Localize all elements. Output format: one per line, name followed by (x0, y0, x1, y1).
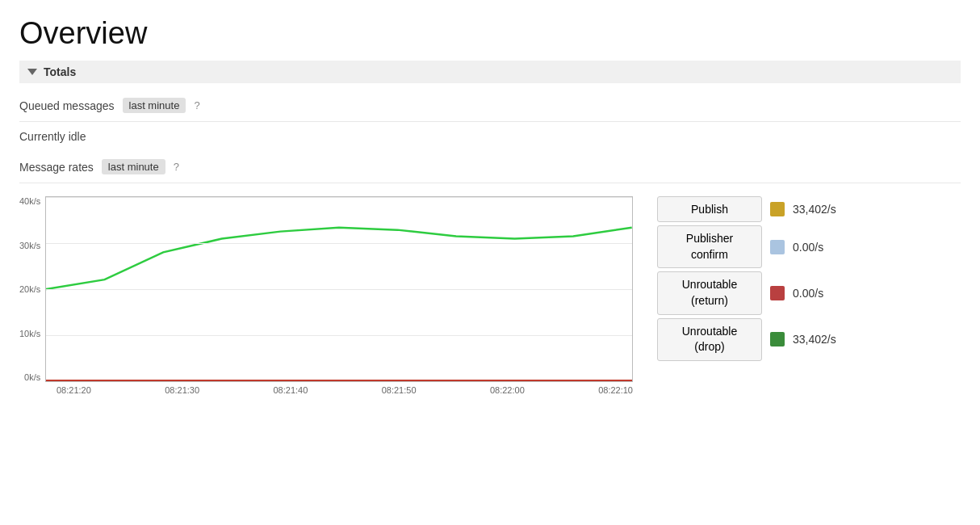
totals-collapse-arrow (27, 69, 37, 75)
x-label-5: 08:22:00 (490, 385, 525, 395)
queued-messages-row: Queued messages last minute ? (19, 98, 961, 122)
queued-messages-label: Queued messages (19, 99, 115, 112)
legend-button-publisher-confirm[interactable]: Publisherconfirm (657, 225, 762, 268)
chart-wrapper: 40k/s 30k/s 20k/s 10k/s 0k/s (19, 196, 633, 382)
legend-item-publish: Publish 33,402/s (657, 196, 867, 222)
y-axis: 40k/s 30k/s 20k/s 10k/s 0k/s (19, 196, 45, 382)
legend-color-unroutable-return (770, 286, 785, 300)
x-label-1: 08:21:20 (57, 385, 91, 395)
legend-color-publish (770, 202, 785, 216)
chart-area: 40k/s 30k/s 20k/s 10k/s 0k/s (19, 196, 633, 395)
message-rates-label: Message rates (19, 161, 94, 174)
x-label-6: 08:22:10 (598, 385, 633, 395)
x-axis: 08:21:20 08:21:30 08:21:40 08:21:50 08:2… (19, 385, 633, 395)
chart-legend-container: 40k/s 30k/s 20k/s 10k/s 0k/s (19, 196, 961, 395)
x-label-4: 08:21:50 (382, 385, 417, 395)
totals-label: Totals (44, 65, 76, 78)
y-label-40k: 40k/s (19, 196, 40, 206)
page-title: Overview (19, 16, 961, 51)
message-rates-help[interactable]: ? (174, 161, 179, 173)
message-rates-badge[interactable]: last minute (102, 159, 165, 174)
x-label-3: 08:21:40 (273, 385, 308, 395)
legend-value-unroutable-return: 0.00/s (793, 287, 823, 300)
chart-red-baseline (46, 380, 632, 381)
chart-canvas (45, 196, 633, 382)
legend-value-publish: 33,402/s (793, 203, 836, 216)
legend-button-publish[interactable]: Publish (657, 196, 762, 222)
grid-line-10k (46, 335, 632, 336)
grid-line-40k (46, 197, 632, 198)
y-label-20k: 20k/s (19, 284, 40, 294)
grid-line-30k (46, 243, 632, 244)
currently-idle-label: Currently idle (19, 130, 961, 151)
x-label-2: 08:21:30 (165, 385, 199, 395)
legend-color-unroutable-drop (770, 332, 785, 346)
y-label-10k: 10k/s (19, 329, 40, 338)
y-label-30k: 30k/s (19, 241, 40, 250)
queued-messages-help[interactable]: ? (194, 99, 199, 111)
message-rates-row: Message rates last minute ? (19, 159, 961, 183)
legend-item-unroutable-drop: Unroutable(drop) 33,402/s (657, 318, 867, 361)
legend-value-publisher-confirm: 0.00/s (793, 241, 823, 254)
legend-item-publisher-confirm: Publisherconfirm 0.00/s (657, 225, 867, 268)
grid-line-20k (46, 289, 632, 290)
legend-button-unroutable-drop[interactable]: Unroutable(drop) (657, 318, 762, 361)
y-label-0k: 0k/s (24, 372, 40, 382)
legend-item-unroutable-return: Unroutable(return) 0.00/s (657, 271, 867, 314)
totals-section-header[interactable]: Totals (19, 61, 961, 83)
legend-button-unroutable-return[interactable]: Unroutable(return) (657, 271, 762, 314)
legend-color-publisher-confirm (770, 240, 785, 254)
legend-panel: Publish 33,402/s Publisherconfirm 0.00/s… (657, 196, 867, 361)
legend-value-unroutable-drop: 33,402/s (793, 333, 836, 346)
queued-messages-badge[interactable]: last minute (123, 98, 186, 113)
